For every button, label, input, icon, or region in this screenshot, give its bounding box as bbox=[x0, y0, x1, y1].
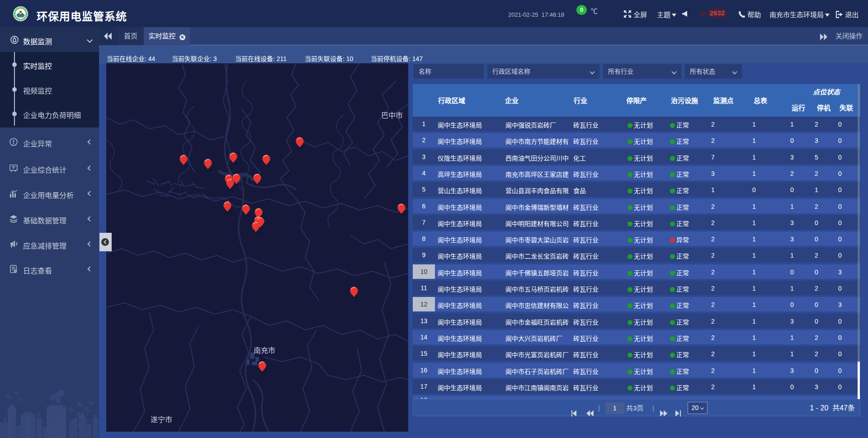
svg-text:巴中市: 巴中市 bbox=[381, 112, 403, 119]
svg-text:遂宁市: 遂宁市 bbox=[151, 416, 172, 424]
svg-text:南充市: 南充市 bbox=[254, 347, 275, 354]
